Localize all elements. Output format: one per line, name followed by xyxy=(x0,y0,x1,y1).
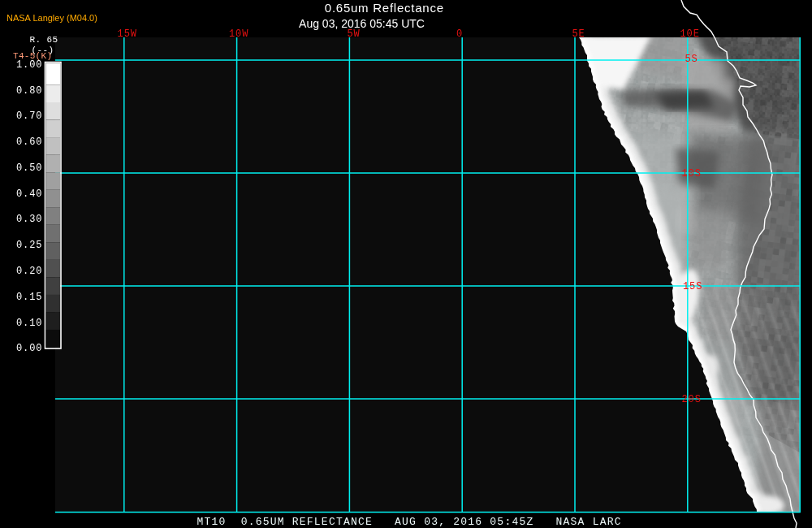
svg-text:R. 65: R. 65 xyxy=(30,35,58,45)
svg-text:0.00: 0.00 xyxy=(16,343,42,354)
svg-text:0.30: 0.30 xyxy=(16,214,42,225)
svg-text:NASA Langley (M04.0): NASA Langley (M04.0) xyxy=(6,13,97,23)
svg-text:Aug 03, 2016 05:45 UTC: Aug 03, 2016 05:45 UTC xyxy=(299,17,425,30)
svg-text:0.60: 0.60 xyxy=(16,136,42,148)
svg-text:5W: 5W xyxy=(348,28,361,40)
svg-text:0.65um Reflectance: 0.65um Reflectance xyxy=(325,1,444,15)
svg-text:0.10: 0.10 xyxy=(16,318,42,329)
svg-text:5S: 5S xyxy=(685,54,698,65)
svg-text:15W: 15W xyxy=(118,28,137,40)
svg-text:T4-5(K): T4-5(K) xyxy=(13,51,52,61)
svg-text:15S: 15S xyxy=(683,281,702,292)
svg-text:5E: 5E xyxy=(572,28,585,40)
svg-text:0.25: 0.25 xyxy=(16,240,42,251)
svg-text:0.20: 0.20 xyxy=(16,266,42,277)
svg-text:0.70: 0.70 xyxy=(16,110,42,122)
svg-text:0.80: 0.80 xyxy=(16,85,42,97)
svg-text:20S: 20S xyxy=(682,394,702,405)
svg-text:0.15: 0.15 xyxy=(16,292,42,303)
svg-text:10S: 10S xyxy=(682,168,702,180)
svg-text:1.00: 1.00 xyxy=(16,59,42,71)
svg-text:0.50: 0.50 xyxy=(16,162,42,174)
svg-text:10E: 10E xyxy=(680,28,700,40)
svg-text:MT10 0.65UM REFLECTANCE AUG: MT10 0.65UM REFLECTANCE AUG 03, 2016 05:… xyxy=(197,516,622,528)
svg-text:10W: 10W xyxy=(229,28,248,40)
svg-text:0: 0 xyxy=(456,28,463,40)
svg-text:0.40: 0.40 xyxy=(16,188,42,200)
